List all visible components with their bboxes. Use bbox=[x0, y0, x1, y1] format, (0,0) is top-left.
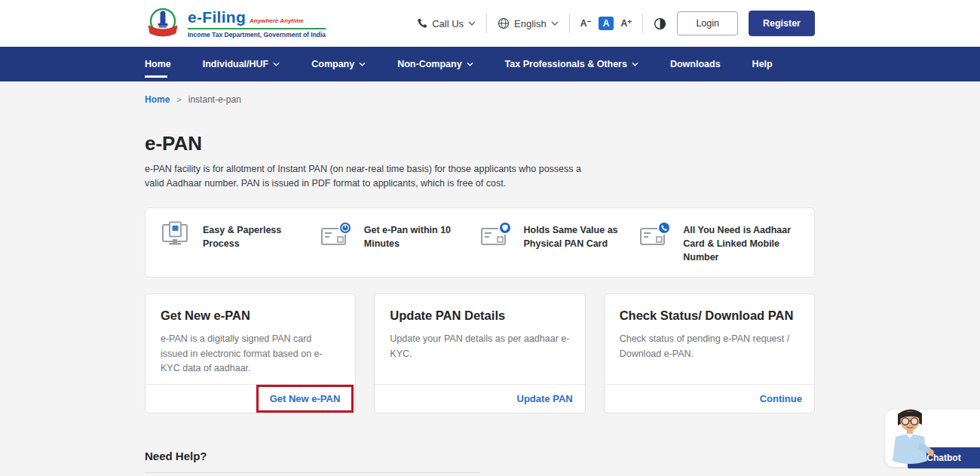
card-description: e-PAN is a digitally signed PAN card iss… bbox=[161, 332, 340, 376]
card-description: Update your PAN details as per aadhaar e… bbox=[390, 332, 569, 361]
phone-icon bbox=[416, 18, 427, 29]
feature-easy-paperless: Easy & Paperless Process bbox=[161, 221, 320, 264]
top-header: e-Filing Anywhere Anytime Income Tax Dep… bbox=[0, 0, 980, 47]
monitor-document-icon bbox=[161, 221, 192, 248]
need-help-section: Need Help? User Manual FAQs bbox=[145, 450, 815, 476]
header-divider bbox=[642, 14, 643, 33]
login-button[interactable]: Login bbox=[677, 11, 738, 35]
breadcrumb-separator: > bbox=[176, 95, 181, 104]
pan-card-phone-icon bbox=[639, 221, 672, 248]
main-navigation: Home Individual/HUF Company Non-Company … bbox=[0, 47, 980, 81]
continue-link[interactable]: Continue bbox=[760, 393, 802, 404]
breadcrumb-current: instant-e-pan bbox=[188, 94, 241, 105]
header-divider bbox=[486, 14, 487, 33]
header-divider bbox=[569, 14, 570, 33]
nav-label: Downloads bbox=[670, 59, 721, 69]
page-description: e-PAN facility is for allotment of Insta… bbox=[145, 162, 597, 192]
card-description: Check status of pending e-PAN request / … bbox=[620, 332, 799, 361]
nav-label: Individual/HUF bbox=[203, 59, 269, 69]
chevron-down-icon bbox=[273, 62, 280, 66]
feature-aadhaar-mobile: All You Need is Aadhaar Card & Linked Mo… bbox=[639, 221, 799, 264]
nav-label: Tax Professionals & Others bbox=[505, 59, 627, 69]
nav-item-home[interactable]: Home bbox=[145, 47, 171, 81]
action-cards: Get New e-PAN e-PAN is a digitally signe… bbox=[145, 293, 815, 413]
page-title: e-PAN bbox=[145, 132, 815, 155]
brand-tagline: Anywhere Anytime bbox=[250, 17, 304, 24]
breadcrumb: Home > instant-e-pan bbox=[145, 94, 815, 105]
nav-item-downloads[interactable]: Downloads bbox=[670, 47, 721, 81]
card-title: Update PAN Details bbox=[390, 309, 569, 323]
header-controls: Call Us English A⁻ A bbox=[416, 11, 815, 36]
nav-item-help[interactable]: Help bbox=[752, 47, 773, 81]
chatbot-assistant-avatar bbox=[885, 404, 935, 471]
nav-item-tax-professionals[interactable]: Tax Professionals & Others bbox=[505, 47, 639, 81]
language-menu[interactable]: English bbox=[498, 17, 559, 29]
red-annotation-box: Get New e-PAN bbox=[256, 385, 354, 413]
globe-icon bbox=[498, 17, 510, 29]
card-title: Get New e-PAN bbox=[161, 309, 340, 323]
nav-item-non-company[interactable]: Non-Company bbox=[397, 47, 473, 81]
language-label: English bbox=[514, 18, 547, 29]
nav-label: Home bbox=[145, 59, 171, 69]
nav-item-company[interactable]: Company bbox=[311, 47, 366, 81]
get-new-epan-link[interactable]: Get New e-PAN bbox=[270, 393, 341, 404]
card-update-pan-details: Update PAN Details Update your PAN detai… bbox=[374, 293, 585, 413]
chevron-down-icon bbox=[359, 62, 366, 66]
logo-text: e-Filing Anywhere Anytime Income Tax Dep… bbox=[188, 8, 326, 38]
need-help-divider bbox=[145, 472, 480, 473]
font-normal-button[interactable]: A bbox=[599, 17, 614, 30]
chevron-down-icon bbox=[468, 21, 476, 26]
feature-same-value: Holds Same Value as Physical PAN Card bbox=[480, 221, 640, 264]
main-content: Home > instant-e-pan e-PAN e-PAN facilit… bbox=[145, 94, 815, 476]
contrast-toggle-icon[interactable] bbox=[654, 17, 666, 30]
feature-epan-10-minutes: Get e-Pan within 10 Minutes bbox=[320, 221, 480, 264]
feature-label: Easy & Paperless Process bbox=[203, 221, 320, 250]
breadcrumb-home-link[interactable]: Home bbox=[145, 94, 170, 105]
feature-label: Holds Same Value as Physical PAN Card bbox=[524, 221, 640, 250]
chevron-down-icon bbox=[467, 62, 473, 66]
feature-label: Get e-Pan within 10 Minutes bbox=[364, 221, 480, 250]
nav-item-individual-huf[interactable]: Individual/HUF bbox=[203, 47, 280, 81]
nav-label: Company bbox=[311, 59, 354, 69]
pan-card-shield-icon bbox=[480, 221, 513, 248]
pan-card-timer-icon bbox=[320, 221, 354, 248]
nav-label: Help bbox=[752, 59, 773, 69]
feature-strip: Easy & Paperless Process Get e-Pan withi… bbox=[145, 207, 815, 278]
chevron-down-icon bbox=[551, 21, 559, 26]
chevron-down-icon bbox=[632, 62, 639, 66]
card-check-status-download: Check Status/ Download PAN Check status … bbox=[604, 293, 815, 413]
feature-label: All You Need is Aadhaar Card & Linked Mo… bbox=[683, 221, 799, 264]
font-decrease-button[interactable]: A⁻ bbox=[580, 18, 592, 29]
nav-label: Non-Company bbox=[397, 59, 461, 69]
register-button[interactable]: Register bbox=[749, 11, 815, 36]
font-increase-button[interactable]: A⁺ bbox=[620, 18, 632, 29]
card-title: Check Status/ Download PAN bbox=[620, 309, 799, 323]
need-help-title: Need Help? bbox=[145, 450, 815, 462]
card-get-new-epan: Get New e-PAN e-PAN is a digitally signe… bbox=[145, 293, 356, 413]
brand-subtitle: Income Tax Department, Government of Ind… bbox=[188, 28, 326, 38]
income-tax-emblem-icon bbox=[145, 5, 181, 41]
chatbot-widget: Chatbot bbox=[879, 404, 980, 473]
e-filing-logo[interactable]: e-Filing Anywhere Anytime Income Tax Dep… bbox=[145, 5, 326, 41]
font-size-controls: A⁻ A A⁺ bbox=[580, 17, 632, 30]
brand-name: e-Filing bbox=[188, 8, 246, 26]
call-us-label: Call Us bbox=[432, 18, 464, 29]
call-us-menu[interactable]: Call Us bbox=[416, 18, 476, 29]
update-pan-link[interactable]: Update PAN bbox=[517, 393, 573, 404]
